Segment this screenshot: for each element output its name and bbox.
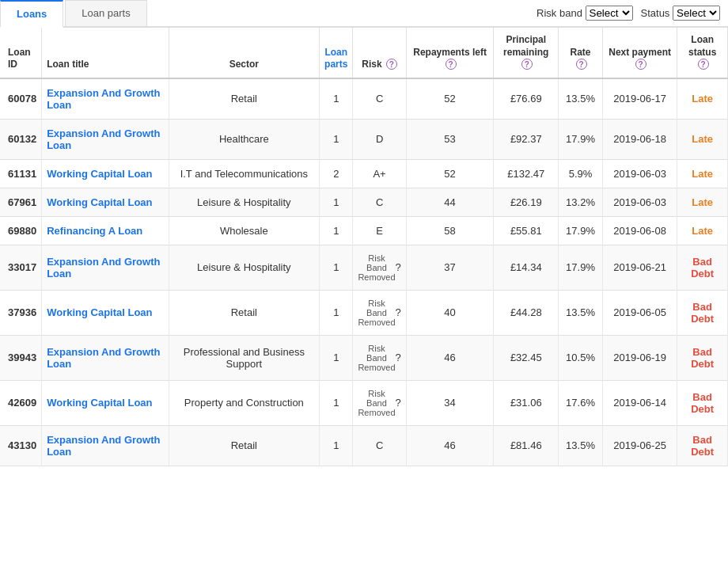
status-label: Status <box>641 7 670 19</box>
loan-title-link[interactable]: Expansion And Growth Loan <box>47 87 160 111</box>
loan-title-link[interactable]: Expansion And Growth Loan <box>47 346 160 370</box>
risk-cell: C <box>353 425 406 466</box>
sector-cell: Retail <box>169 290 319 335</box>
sector-cell: Retail <box>169 425 319 466</box>
repayments-help-icon[interactable]: ? <box>446 59 457 70</box>
loan-parts-cell: 1 <box>320 216 353 245</box>
loan-title-link[interactable]: Expansion And Growth Loan <box>47 127 160 151</box>
risk-cell: E <box>353 216 406 245</box>
principal-help-icon[interactable]: ? <box>521 59 533 70</box>
loan-title-link[interactable]: Working Capital Loan <box>47 306 152 318</box>
loan-parts-cell: 2 <box>320 159 353 188</box>
tab-loans[interactable]: Loans <box>0 0 63 28</box>
repayments-left-cell: 44 <box>406 188 494 216</box>
loan-status-cell: Bad Debt <box>677 425 728 466</box>
principal-remaining-cell: £32.45 <box>494 335 559 380</box>
risk-cell: A+ <box>353 159 406 188</box>
loan-id-cell: 39943 <box>0 335 42 380</box>
loan-title-link[interactable]: Working Capital Loan <box>47 397 152 409</box>
rate-cell: 17.9% <box>559 119 603 159</box>
loan-parts-col-link[interactable]: Loanparts <box>324 47 347 70</box>
loan-title-cell: Working Capital Loan <box>42 290 169 335</box>
table-row: 39943Expansion And Growth LoanProfession… <box>0 335 728 380</box>
risk-band-removed-label: RiskBandRemoved <box>358 389 395 417</box>
principal-remaining-cell: £31.06 <box>494 380 559 425</box>
risk-band-removed-label: RiskBandRemoved <box>358 344 395 372</box>
principal-remaining-cell: £92.37 <box>494 119 559 159</box>
loan-id-cell: 37936 <box>0 290 42 335</box>
tab-loan-parts[interactable]: Loan parts <box>65 0 146 26</box>
col-loan-parts: Loanparts <box>320 28 353 78</box>
loan-title-cell: Refinancing A Loan <box>42 216 169 245</box>
sector-cell: Property and Construction <box>169 380 319 425</box>
loan-title-cell: Expansion And Growth Loan <box>42 335 169 380</box>
loan-parts-cell: 1 <box>320 188 353 216</box>
loan-status-cell: Bad Debt <box>677 245 728 290</box>
loan-parts-cell: 1 <box>320 245 353 290</box>
repayments-left-cell: 37 <box>406 245 494 290</box>
next-payment-cell: 2019-06-03 <box>602 159 677 188</box>
rate-cell: 13.2% <box>559 188 603 216</box>
repayments-left-cell: 46 <box>406 335 494 380</box>
rate-cell: 13.5% <box>559 78 603 120</box>
repayments-left-cell: 52 <box>406 78 494 120</box>
risk-cell: RiskBandRemoved? <box>353 245 406 290</box>
loan-title-link[interactable]: Expansion And Growth Loan <box>47 434 160 458</box>
sector-cell: Retail <box>169 78 319 120</box>
loan-id-cell: 43130 <box>0 425 42 466</box>
sector-cell: Leisure & Hospitality <box>169 188 319 216</box>
status-filter-group: Status Select <box>641 6 720 21</box>
risk-band-filter-group: Risk band Select <box>537 6 632 21</box>
rate-cell: 10.5% <box>559 335 603 380</box>
loan-title-link[interactable]: Refinancing A Loan <box>47 225 142 237</box>
next-payment-cell: 2019-06-18 <box>602 119 677 159</box>
loan-id-cell: 33017 <box>0 245 42 290</box>
risk-band-select[interactable]: Select <box>586 6 633 21</box>
loan-id-cell: 60078 <box>0 78 42 120</box>
loan-title-link[interactable]: Expansion And Growth Loan <box>47 256 160 279</box>
sector-cell: Professional and Business Support <box>169 335 319 380</box>
loan-status-help-icon[interactable]: ? <box>698 59 709 70</box>
loan-parts-cell: 1 <box>320 78 353 120</box>
table-row: 61131Working Capital LoanI.T and Telecom… <box>0 159 728 188</box>
table-row: 69880Refinancing A LoanWholesale1E58£55.… <box>0 216 728 245</box>
risk-removed-help-icon[interactable]: ? <box>396 352 401 363</box>
loan-status-cell: Late <box>677 216 728 245</box>
next-payment-help-icon[interactable]: ? <box>635 59 646 70</box>
sector-cell: Healthcare <box>169 119 319 159</box>
risk-band-label: Risk band <box>537 7 582 19</box>
loan-parts-cell: 1 <box>320 380 353 425</box>
loan-title-link[interactable]: Working Capital Loan <box>47 196 152 208</box>
risk-removed-help-icon[interactable]: ? <box>396 397 401 409</box>
principal-remaining-cell: £44.28 <box>494 290 559 335</box>
table-row: 42609Working Capital LoanProperty and Co… <box>0 380 728 425</box>
loan-title-cell: Expansion And Growth Loan <box>42 425 169 466</box>
risk-removed-help-icon[interactable]: ? <box>396 261 401 273</box>
loans-table: LoanID Loan title Sector Loanparts Risk … <box>0 28 728 466</box>
loan-id-cell: 69880 <box>0 216 42 245</box>
table-row: 60078Expansion And Growth LoanRetail1C52… <box>0 78 728 120</box>
loan-status-cell: Bad Debt <box>677 290 728 335</box>
loan-title-cell: Working Capital Loan <box>42 380 169 425</box>
rate-cell: 17.6% <box>559 380 603 425</box>
loan-title-cell: Working Capital Loan <box>42 188 169 216</box>
rate-cell: 5.9% <box>559 159 603 188</box>
col-rate: Rate ? <box>559 28 603 78</box>
table-row: 33017Expansion And Growth LoanLeisure & … <box>0 245 728 290</box>
rate-cell: 17.9% <box>559 216 603 245</box>
principal-remaining-cell: £132.47 <box>494 159 559 188</box>
col-risk: Risk ? <box>353 28 406 78</box>
status-select[interactable]: Select <box>673 6 720 21</box>
risk-band-removed-label: RiskBandRemoved <box>358 299 395 327</box>
risk-cell: C <box>353 188 406 216</box>
sector-cell: Wholesale <box>169 216 319 245</box>
loan-parts-cell: 1 <box>320 335 353 380</box>
principal-remaining-cell: £81.46 <box>494 425 559 466</box>
rate-help-icon[interactable]: ? <box>576 59 587 70</box>
loan-id-cell: 42609 <box>0 380 42 425</box>
sector-cell: I.T and Telecommunications <box>169 159 319 188</box>
loan-title-link[interactable]: Working Capital Loan <box>47 168 152 180</box>
risk-removed-help-icon[interactable]: ? <box>396 306 401 318</box>
risk-help-icon[interactable]: ? <box>386 59 397 70</box>
loan-id-cell: 60132 <box>0 119 42 159</box>
